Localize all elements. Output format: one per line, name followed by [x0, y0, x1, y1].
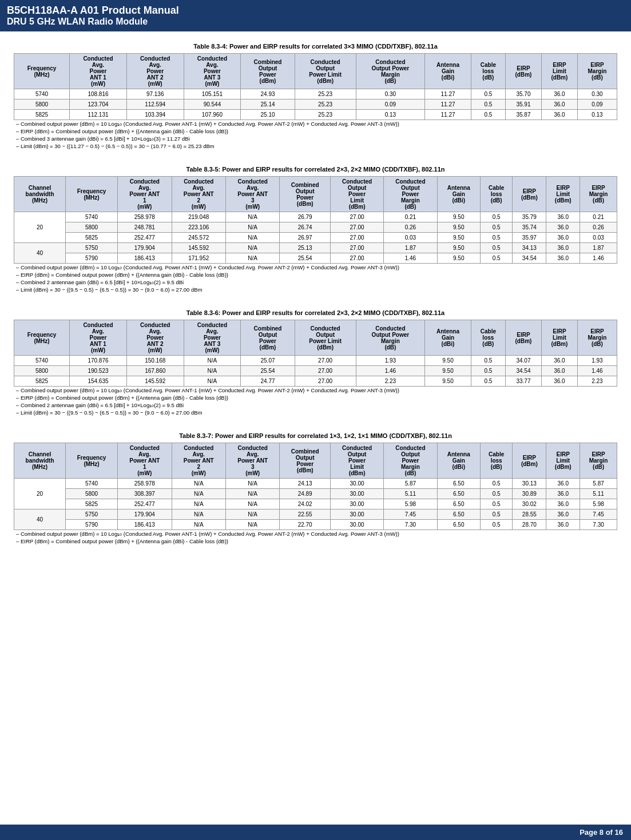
table-row: 5825252.477N/AN/A24.0230.005.986.500.530… — [14, 499, 617, 509]
table-row: 5800123.704112.59490.54425.1425.230.0911… — [14, 99, 617, 110]
col-conducted-margin: ConductedOutputPowerMargin(dB) — [384, 443, 437, 479]
col-ant2: ConductedAvg.Power ANT2(mW) — [172, 443, 225, 479]
col-eirp: EIRP(dBm) — [513, 177, 546, 212]
col-ant1: ConductedAvg.PowerANT 1(mW) — [70, 54, 127, 89]
col-antenna-gain: AntennaGain(dBi) — [437, 443, 480, 479]
table-3-5-title: Table 8.3-5: Power and EIRP results for … — [14, 166, 617, 173]
col-eirp-margin: EIRPMargin(dB) — [577, 320, 617, 356]
col-eirp-limit: EIRPLimit(dBm) — [541, 320, 577, 356]
table-row: 205740258.978219.048N/A26.7927.000.219.5… — [14, 212, 617, 222]
table-3-4: Frequency(MHz) ConductedAvg.PowerANT 1(m… — [14, 53, 617, 120]
footer-bar: Page 8 of 16 — [0, 825, 631, 840]
header-title2: DRU 5 GHz WLAN Radio Module — [7, 17, 624, 27]
col-antenna-gain: AntennaGain(dBi) — [425, 54, 471, 89]
col-conducted-margin: ConductedOutput PowerMargin(dB) — [356, 320, 425, 356]
col-eirp: EIRP(dBm) — [513, 443, 546, 479]
col-cable-loss: Cableloss(dB) — [480, 443, 512, 479]
col-combined: CombinedOutputPower(dBm) — [241, 320, 295, 356]
col-conducted-limit: ConductedOutputPowerLimit(dBm) — [330, 443, 383, 479]
col-cable-loss: Cableloss(dB) — [471, 320, 505, 356]
col-ant1: ConductedAvg.PowerANT 1(mW) — [70, 320, 127, 356]
col-ant2: ConductedAvg.PowerANT 2(mW) — [126, 54, 184, 89]
col-combined: CombinedOutputPower(dBm) — [241, 54, 295, 89]
table-3-4-notes: – Combined output power (dBm) = 10 Log₁₀… — [14, 120, 617, 150]
col-eirp: EIRP(dBm) — [506, 54, 542, 89]
table-3-4-title: Table 8.3-4: Power and EIRP results for … — [14, 43, 617, 50]
col-eirp-margin: EIRPMargin(dB) — [580, 443, 617, 479]
table-row: 5800308.397N/AN/A24.8930.005.116.500.530… — [14, 489, 617, 499]
section-table-3-7: Table 8.3-7: Power and EIRP results for … — [14, 432, 617, 545]
col-eirp-limit: EIRPLimit(dBm) — [546, 177, 580, 212]
col-ant1: ConductedAvg.Power ANT1(mW) — [118, 443, 172, 479]
col-ant2: ConductedAvg.Power ANT2(mW) — [172, 177, 225, 212]
col-conducted-margin: ConductedOutputPowerMargin(dB) — [384, 177, 437, 212]
table-row: 205740258.978N/AN/A24.1330.005.876.500.5… — [14, 479, 617, 489]
col-antenna-gain: AntennaGain(dBi) — [425, 320, 471, 356]
main-content: Table 8.3-4: Power and EIRP results for … — [0, 31, 631, 572]
col-conducted-limit: ConductedOutputPower Limit(dBm) — [295, 320, 356, 356]
table-3-5: Channelbandwidth(MHz) Frequency(MHz) Con… — [14, 176, 617, 264]
table-row: 5800190.523167.860N/A25.5427.001.469.500… — [14, 366, 617, 376]
col-ant3: ConductedAvg.Power ANT3(mW) — [225, 177, 279, 212]
table-3-6-notes: – Combined output power (dBm) = 10 Log₁₀… — [14, 387, 617, 416]
col-eirp-margin: EIRPMargin(dB) — [577, 54, 617, 89]
table-row: 5825252.477245.572N/A26.9727.000.039.500… — [14, 233, 617, 243]
col-channel-bw: Channelbandwidth(MHz) — [14, 177, 66, 212]
col-ant3: ConductedAvg.PowerANT 3(mW) — [184, 320, 241, 356]
table-3-7: Channelbandwidth(MHz) Frequency(MHz) Con… — [14, 443, 617, 530]
col-cable-loss: Cableloss(dB) — [480, 177, 512, 212]
col-frequency: Frequency(MHz) — [14, 54, 70, 89]
table-3-6: Frequency(MHz) ConductedAvg.PowerANT 1(m… — [14, 320, 617, 387]
col-conducted-limit: ConductedOutputPowerLimit(dBm) — [330, 177, 383, 212]
page-number: Page 8 of 16 — [580, 828, 623, 837]
col-cable-loss: Cableloss(dB) — [471, 54, 505, 89]
table-row: 5825112.131103.394107.96025.1025.230.131… — [14, 110, 617, 120]
col-channel-bw: Channelbandwidth(MHz) — [14, 443, 66, 479]
table-row: 405750179.904N/AN/A22.5530.007.456.500.5… — [14, 509, 617, 520]
col-antenna-gain: AntennaGain(dBi) — [437, 177, 480, 212]
table-row: 405750179.904145.592N/A25.1327.001.879.5… — [14, 243, 617, 253]
section-table-3-5: Table 8.3-5: Power and EIRP results for … — [14, 166, 617, 293]
table-row: 5740170.876150.168N/A25.0727.001.939.500… — [14, 356, 617, 366]
header-title1: B5CH118AA-A A01 Product Manual — [7, 5, 624, 17]
table-row: 5790186.413N/AN/A22.7030.007.306.500.528… — [14, 520, 617, 530]
section-table-3-6: Table 8.3-6: Power and EIRP results for … — [14, 309, 617, 416]
table-row: 5800248.781223.106N/A26.7427.000.269.500… — [14, 222, 617, 233]
table-row: 5790186.413171.952N/A25.5427.001.469.500… — [14, 253, 617, 264]
col-frequency: Frequency(MHz) — [66, 443, 118, 479]
col-ant2: ConductedAvg.PowerANT 2(mW) — [126, 320, 184, 356]
col-eirp-margin: EIRPMargin(dB) — [580, 177, 617, 212]
table-row: 5825154.635145.592N/A24.7727.002.239.500… — [14, 376, 617, 387]
col-ant3: ConductedAvg.Power ANT3(mW) — [225, 443, 279, 479]
table-3-7-title: Table 8.3-7: Power and EIRP results for … — [14, 432, 617, 439]
table-3-7-notes: – Combined output power (dBm) = 10 Log₁₀… — [14, 530, 617, 545]
col-conducted-margin: ConductedOutput PowerMargin(dB) — [356, 54, 425, 89]
table-3-6-title: Table 8.3-6: Power and EIRP results for … — [14, 309, 617, 316]
col-conducted-limit: ConductedOutputPower Limit(dBm) — [295, 54, 356, 89]
col-frequency: Frequency(MHz) — [14, 320, 70, 356]
col-frequency: Frequency(MHz) — [66, 177, 118, 212]
col-combined: CombinedOutputPower(dBm) — [280, 177, 330, 212]
col-ant1: ConductedAvg.Power ANT1(mW) — [118, 177, 172, 212]
col-eirp-limit: EIRPLimit(dBm) — [546, 443, 580, 479]
table-3-5-notes: – Combined output power (dBm) = 10 Log₁₀… — [14, 264, 617, 293]
section-table-3-4: Table 8.3-4: Power and EIRP results for … — [14, 43, 617, 150]
header: B5CH118AA-A A01 Product Manual DRU 5 GHz… — [0, 0, 631, 31]
table-row: 5740108.81697.136105.15124.9325.230.3011… — [14, 89, 617, 99]
col-eirp: EIRP(dBm) — [506, 320, 542, 356]
col-ant3: ConductedAvg.PowerANT 3(mW) — [184, 54, 241, 89]
col-combined: CombinedOutputPower(dBm) — [280, 443, 330, 479]
col-eirp-limit: EIRPLimit(dBm) — [541, 54, 577, 89]
